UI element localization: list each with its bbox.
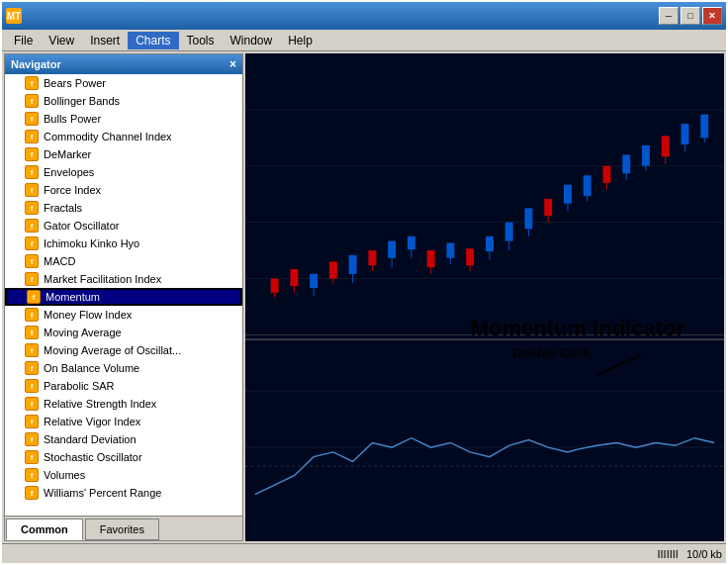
navigator-tabs: Common Favorites (5, 516, 242, 540)
nav-item-label: Bollinger Bands (44, 95, 120, 107)
svg-rect-53 (700, 115, 708, 139)
nav-item-fractals[interactable]: fFractals (5, 199, 242, 217)
navigator-list[interactable]: fBears PowerfBollinger BandsfBulls Power… (5, 74, 242, 516)
nav-item-label: Gator Oscillator (44, 220, 119, 232)
svg-rect-51 (682, 124, 689, 144)
menu-file[interactable]: File (6, 32, 41, 49)
svg-rect-11 (290, 269, 298, 286)
close-button[interactable]: ✕ (702, 7, 722, 25)
nav-item-money-flow-index[interactable]: fMoney Flow Index (5, 306, 242, 324)
nav-item-macd[interactable]: fMACD (5, 252, 242, 270)
nav-item-market-facilitation-index[interactable]: fMarket Facilitation Index (5, 270, 242, 288)
nav-item-ichimoku-kinko-hyo[interactable]: fIchimoku Kinko Hyo (5, 235, 242, 252)
app-icon: MT (6, 8, 22, 24)
nav-item-relative-strength-index[interactable]: fRelative Strength Index (5, 395, 242, 413)
nav-item-icon: f (25, 219, 39, 233)
svg-rect-47 (642, 145, 650, 166)
content-area: Navigator × fBears PowerfBollinger Bands… (2, 51, 726, 543)
main-window: MT ─ □ ✕ File View Insert Charts Tools W… (0, 0, 728, 565)
nav-item-relative-vigor-index[interactable]: fRelative Vigor Index (5, 413, 242, 430)
nav-item-label: Force Index (44, 184, 101, 196)
minimize-button[interactable]: ─ (659, 7, 679, 25)
menu-view[interactable]: View (41, 32, 82, 49)
navigator-panel: Navigator × fBears PowerfBollinger Bands… (4, 53, 243, 541)
nav-item-bollinger-bands[interactable]: fBollinger Bands (5, 92, 242, 110)
nav-item-label: Volumes (44, 469, 85, 481)
nav-item-bulls-power[interactable]: fBulls Power (5, 110, 242, 128)
nav-item-stochastic-oscillator[interactable]: fStochastic Oscillator (5, 448, 242, 466)
nav-item-commodity-channel-index[interactable]: fCommodity Channel Index (5, 128, 242, 145)
nav-item-icon: f (25, 343, 39, 357)
tab-common[interactable]: Common (6, 518, 83, 540)
nav-item-icon: f (25, 130, 39, 143)
nav-item-icon: f (25, 147, 39, 161)
status-bar: IIIIIII 10/0 kb (2, 543, 726, 563)
nav-item-icon: f (25, 76, 39, 90)
svg-rect-23 (408, 236, 415, 249)
svg-rect-27 (446, 243, 454, 258)
nav-item-parabolic-sar[interactable]: fParabolic SAR (5, 377, 242, 395)
nav-item-gator-oscillator[interactable]: fGator Oscillator (5, 217, 242, 235)
nav-item-label: Moving Average of Oscillat... (44, 344, 181, 356)
menu-insert[interactable]: Insert (82, 32, 128, 49)
nav-item-label: Stochastic Oscillator (44, 451, 142, 463)
nav-item-icon: f (25, 236, 39, 250)
status-right: IIIIIII 10/0 kb (658, 548, 723, 560)
svg-rect-9 (271, 279, 279, 293)
status-indicator: IIIIIII (658, 548, 679, 560)
chart-svg (245, 53, 724, 541)
nav-item-label: Fractals (44, 202, 82, 214)
nav-item-envelopes[interactable]: fEnvelopes (5, 163, 242, 181)
nav-item-on-balance-volume[interactable]: fOn Balance Volume (5, 359, 242, 377)
nav-item-label: Ichimoku Kinko Hyo (44, 237, 139, 249)
restore-button[interactable]: □ (681, 7, 700, 25)
nav-item-force-index[interactable]: fForce Index (5, 181, 242, 199)
svg-rect-25 (427, 250, 435, 267)
nav-item-icon: f (25, 254, 39, 268)
nav-item-bears-power[interactable]: fBears Power (5, 74, 242, 92)
svg-rect-49 (662, 136, 670, 156)
nav-item-icon: f (25, 326, 39, 339)
menu-window[interactable]: Window (223, 32, 281, 49)
nav-item-volumes[interactable]: fVolumes (5, 466, 242, 484)
nav-item-williams-percent-range[interactable]: fWilliams' Percent Range (5, 484, 242, 502)
nav-item-label: Money Flow Index (44, 309, 132, 321)
nav-item-label: DeMarker (44, 148, 91, 160)
svg-rect-19 (368, 250, 376, 265)
svg-rect-39 (564, 185, 572, 204)
svg-rect-17 (349, 255, 357, 274)
nav-item-icon: f (25, 112, 39, 126)
nav-item-moving-average-of-oscillat[interactable]: fMoving Average of Oscillat... (5, 341, 242, 359)
navigator-header: Navigator × (5, 54, 242, 74)
nav-item-icon: f (25, 272, 39, 286)
nav-item-standard-deviation[interactable]: fStandard Deviation (5, 430, 242, 448)
nav-item-icon: f (25, 432, 39, 446)
window-controls: ─ □ ✕ (659, 7, 722, 25)
nav-item-momentum[interactable]: fMomentum (5, 288, 242, 306)
nav-item-label: Momentum (46, 291, 100, 303)
menu-bar: File View Insert Charts Tools Window Hel… (2, 30, 726, 51)
nav-item-demarker[interactable]: fDeMarker (5, 145, 242, 163)
nav-item-label: On Balance Volume (44, 362, 139, 374)
nav-item-label: Envelopes (44, 166, 94, 178)
svg-rect-33 (505, 223, 513, 241)
svg-rect-13 (310, 274, 318, 288)
menu-help[interactable]: Help (280, 32, 320, 49)
nav-item-icon: f (25, 397, 39, 411)
nav-item-label: Standard Deviation (44, 433, 136, 445)
menu-charts[interactable]: Charts (128, 32, 178, 49)
nav-item-label: Market Facilitation Index (44, 273, 161, 285)
chart-area[interactable]: Double Click Momentum Indicator (245, 53, 724, 541)
nav-item-icon: f (25, 486, 39, 500)
svg-rect-45 (622, 154, 630, 173)
nav-item-icon: f (25, 450, 39, 464)
svg-rect-41 (584, 175, 592, 196)
svg-rect-29 (466, 248, 474, 265)
navigator-close-button[interactable]: × (229, 57, 236, 71)
nav-item-moving-average[interactable]: fMoving Average (5, 324, 242, 341)
nav-item-label: Bulls Power (44, 113, 101, 125)
nav-item-icon: f (25, 94, 39, 108)
tab-favorites[interactable]: Favorites (85, 518, 159, 540)
svg-rect-0 (245, 53, 724, 541)
menu-tools[interactable]: Tools (179, 32, 223, 49)
